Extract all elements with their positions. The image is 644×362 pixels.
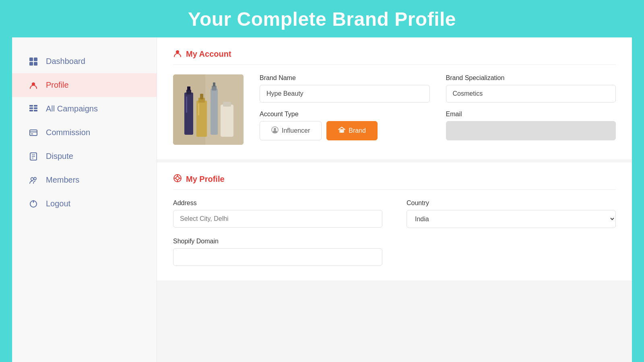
my-profile-card: My Profile Address Country India USA UK … [157, 162, 632, 280]
brand-button[interactable]: Brand [326, 121, 378, 140]
brand-name-group: Brand Name [260, 74, 430, 103]
dashboard-icon [28, 57, 39, 66]
profile-section-icon [173, 174, 182, 185]
my-account-card: My Account [157, 37, 632, 159]
brand-label: Brand [349, 127, 366, 134]
svg-rect-9 [29, 110, 33, 111]
campaigns-icon [28, 105, 39, 113]
svg-rect-10 [34, 110, 37, 111]
address-group: Address [173, 200, 382, 228]
email-group: Email [446, 111, 616, 140]
brand-name-label: Brand Name [260, 74, 430, 82]
svg-rect-2 [29, 62, 33, 66]
dispute-icon [28, 152, 39, 161]
sidebar-item-members[interactable]: Members [12, 168, 157, 192]
svg-rect-32 [213, 82, 215, 86]
sidebar-item-logout[interactable]: Logout [12, 192, 157, 216]
shopify-group: Shopify Domain [173, 238, 382, 266]
my-account-title: My Account [173, 49, 616, 65]
svg-point-21 [176, 50, 179, 53]
sidebar-label-members: Members [46, 175, 79, 185]
svg-point-18 [34, 177, 36, 180]
sidebar-label-campaigns: All Campaigns [46, 104, 98, 113]
svg-point-42 [176, 177, 179, 180]
svg-rect-1 [34, 58, 37, 61]
logout-icon [28, 200, 39, 208]
brand-spec-input[interactable] [446, 85, 616, 103]
brand-name-input[interactable] [260, 85, 430, 103]
country-select[interactable]: India USA UK Australia Canada [407, 210, 616, 228]
members-icon [28, 176, 39, 185]
sidebar-label-logout: Logout [46, 199, 70, 208]
sidebar-item-profile[interactable]: Profile [12, 73, 157, 97]
svg-rect-0 [29, 58, 33, 61]
svg-rect-3 [34, 62, 37, 66]
my-account-label: My Account [186, 49, 231, 59]
svg-rect-27 [196, 101, 207, 137]
country-label: Country [407, 200, 616, 207]
page-title: Your Complete Brand Profile [0, 0, 644, 37]
svg-rect-40 [341, 131, 343, 133]
commission-icon [28, 128, 39, 137]
address-input[interactable] [173, 210, 382, 228]
influencer-label: Influencer [282, 127, 310, 134]
sidebar-label-commission: Commission [46, 128, 90, 137]
svg-rect-30 [211, 88, 218, 135]
account-type-group: Account Type Influenc [260, 111, 430, 140]
account-form: Brand Name Brand Specialization Account … [260, 74, 616, 140]
profile-icon [28, 81, 39, 90]
svg-rect-6 [34, 105, 37, 107]
svg-point-38 [274, 128, 276, 130]
svg-rect-24 [184, 93, 193, 135]
influencer-button[interactable]: Influencer [260, 121, 322, 140]
my-profile-label: My Profile [186, 175, 225, 184]
account-type-label: Account Type [260, 111, 430, 118]
country-group: Country India USA UK Australia Canada [407, 200, 616, 228]
brand-image [173, 74, 244, 145]
sidebar-item-all-campaigns[interactable]: All Campaigns [12, 97, 157, 121]
svg-rect-36 [198, 103, 199, 115]
sidebar-item-commission[interactable]: Commission [12, 121, 157, 144]
svg-rect-5 [29, 105, 33, 107]
svg-rect-33 [221, 105, 233, 137]
email-field [446, 121, 616, 140]
shopify-label: Shopify Domain [173, 238, 382, 245]
svg-rect-35 [186, 97, 187, 113]
my-profile-title: My Profile [173, 174, 616, 190]
svg-rect-34 [223, 102, 231, 107]
account-icon [173, 49, 182, 60]
sidebar: Dashboard Profile [12, 37, 157, 362]
svg-rect-29 [200, 94, 203, 99]
brand-icon [338, 126, 345, 135]
sidebar-label-dispute: Dispute [46, 152, 73, 161]
profile-form: Address Country India USA UK Australia C… [173, 200, 616, 266]
account-type-buttons: Influencer Brand [260, 121, 430, 140]
svg-rect-26 [187, 86, 190, 90]
svg-point-17 [31, 177, 34, 180]
main-content: My Account [157, 37, 632, 362]
sidebar-item-dispute[interactable]: Dispute [12, 144, 157, 168]
brand-spec-group: Brand Specialization [446, 74, 616, 103]
sidebar-label-dashboard: Dashboard [46, 57, 85, 66]
svg-rect-12 [31, 134, 33, 134]
shopify-input[interactable] [173, 248, 382, 266]
svg-rect-8 [34, 107, 37, 109]
brand-spec-label: Brand Specialization [446, 74, 616, 82]
influencer-icon [271, 126, 279, 135]
svg-rect-11 [30, 130, 37, 136]
address-label: Address [173, 200, 382, 207]
svg-rect-7 [29, 107, 33, 109]
email-label: Email [446, 111, 616, 118]
sidebar-item-dashboard[interactable]: Dashboard [12, 49, 157, 73]
sidebar-label-profile: Profile [46, 80, 69, 90]
